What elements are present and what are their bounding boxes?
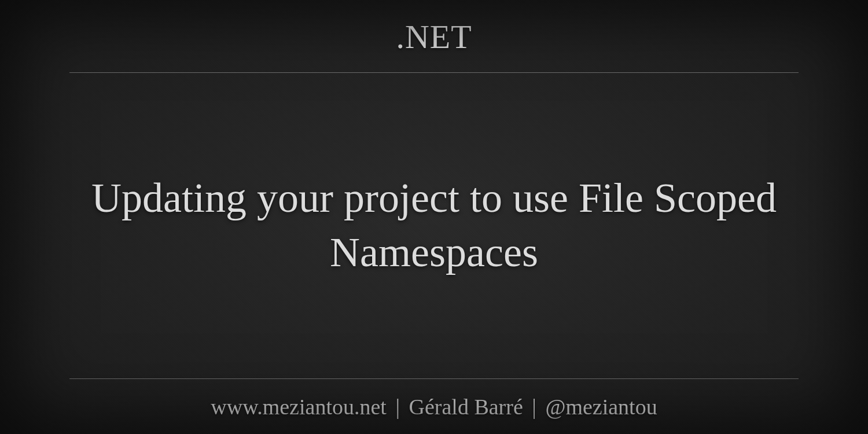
category-label: .NET bbox=[69, 17, 799, 56]
main-section: Updating your project to use File Scoped… bbox=[69, 73, 799, 378]
footer-section: www.meziantou.net | Gérald Barré | @mezi… bbox=[69, 378, 799, 420]
social-handle: @meziantou bbox=[545, 395, 657, 419]
separator: | bbox=[395, 395, 400, 419]
author-name: Gérald Barré bbox=[409, 395, 523, 419]
page-title: Updating your project to use File Scoped… bbox=[69, 171, 799, 279]
website-text: www.meziantou.net bbox=[211, 395, 387, 419]
byline: www.meziantou.net | Gérald Barré | @mezi… bbox=[69, 394, 799, 420]
header-section: .NET bbox=[69, 17, 799, 73]
separator: | bbox=[532, 395, 536, 419]
